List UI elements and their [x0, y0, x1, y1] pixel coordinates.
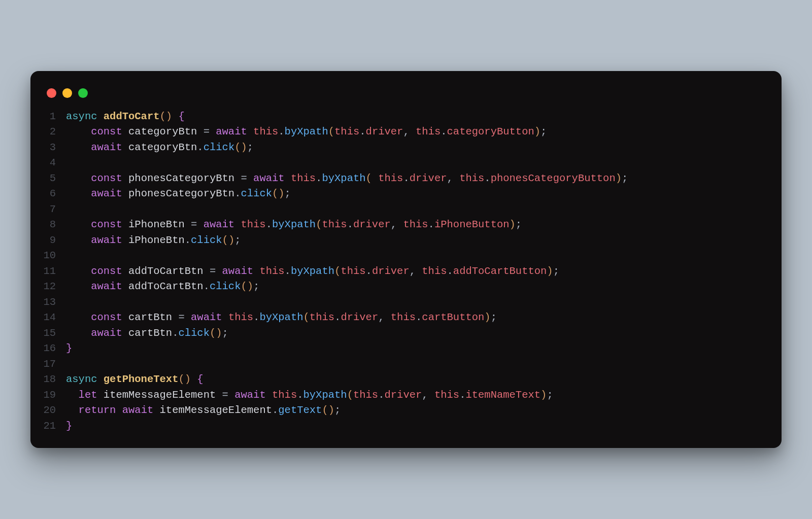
line-content[interactable] [66, 155, 769, 171]
code-line[interactable]: 13 [43, 295, 769, 310]
minimize-icon[interactable] [62, 88, 72, 98]
code-line[interactable]: 8 const iPhoneBtn = await this.byXpath(t… [43, 217, 769, 233]
line-content[interactable]: await iPhoneBtn.click(); [66, 233, 769, 249]
code-line[interactable]: 12 await addToCartBtn.click(); [43, 279, 769, 295]
line-content[interactable]: await phonesCategoryBtn.click(); [66, 186, 769, 202]
line-number: 20 [43, 403, 66, 419]
code-line[interactable]: 10 [43, 248, 769, 264]
line-content[interactable]: } [66, 341, 769, 357]
line-number: 3 [43, 140, 66, 156]
line-number: 15 [43, 326, 66, 341]
line-number: 12 [43, 279, 66, 295]
line-number: 18 [43, 372, 66, 388]
line-number: 8 [43, 217, 66, 233]
line-number: 11 [43, 264, 66, 280]
line-number: 7 [43, 202, 66, 218]
line-content[interactable]: } [66, 419, 769, 434]
code-line[interactable]: 7 [43, 202, 769, 218]
line-number: 14 [43, 310, 66, 326]
line-content[interactable] [66, 202, 769, 218]
code-line[interactable]: 3 await categoryBtn.click(); [43, 140, 769, 156]
line-number: 19 [43, 388, 66, 403]
code-line[interactable]: 2 const categoryBtn = await this.byXpath… [43, 124, 769, 140]
code-line[interactable]: 1async addToCart() { [43, 109, 769, 125]
zoom-icon[interactable] [78, 88, 88, 98]
line-number: 1 [43, 109, 66, 125]
line-content[interactable]: async getPhoneText() { [66, 372, 769, 388]
line-content[interactable] [66, 295, 769, 310]
code-line[interactable]: 20 return await itemMessageElement.getTe… [43, 403, 769, 419]
line-number: 2 [43, 124, 66, 140]
code-line[interactable]: 15 await cartBtn.click(); [43, 326, 769, 341]
line-content[interactable]: await addToCartBtn.click(); [66, 279, 769, 295]
line-content[interactable]: const phonesCategoryBtn = await this.byX… [66, 171, 769, 187]
code-line[interactable]: 11 const addToCartBtn = await this.byXpa… [43, 264, 769, 280]
line-number: 21 [43, 419, 66, 434]
code-line[interactable]: 16} [43, 341, 769, 357]
code-line[interactable]: 6 await phonesCategoryBtn.click(); [43, 186, 769, 202]
window-controls [43, 86, 769, 109]
line-content[interactable]: const categoryBtn = await this.byXpath(t… [66, 124, 769, 140]
line-number: 6 [43, 186, 66, 202]
line-content[interactable]: const cartBtn = await this.byXpath(this.… [66, 310, 769, 326]
code-line[interactable]: 5 const phonesCategoryBtn = await this.b… [43, 171, 769, 187]
line-number: 4 [43, 155, 66, 171]
code-window: 1async addToCart() {2 const categoryBtn … [30, 71, 782, 448]
line-number: 13 [43, 295, 66, 310]
line-content[interactable]: const iPhoneBtn = await this.byXpath(thi… [66, 217, 769, 233]
line-content[interactable]: const addToCartBtn = await this.byXpath(… [66, 264, 769, 280]
code-line[interactable]: 18async getPhoneText() { [43, 372, 769, 388]
line-number: 5 [43, 171, 66, 187]
line-content[interactable]: await categoryBtn.click(); [66, 140, 769, 156]
line-number: 16 [43, 341, 66, 357]
code-line[interactable]: 19 let itemMessageElement = await this.b… [43, 388, 769, 403]
code-line[interactable]: 17 [43, 357, 769, 372]
line-content[interactable]: await cartBtn.click(); [66, 326, 769, 341]
line-content[interactable]: return await itemMessageElement.getText(… [66, 403, 769, 419]
line-content[interactable]: async addToCart() { [66, 109, 769, 125]
line-content[interactable] [66, 248, 769, 264]
code-line[interactable]: 4 [43, 155, 769, 171]
close-icon[interactable] [47, 88, 56, 98]
code-line[interactable]: 21} [43, 419, 769, 434]
code-line[interactable]: 9 await iPhoneBtn.click(); [43, 233, 769, 249]
line-number: 10 [43, 248, 66, 264]
code-line[interactable]: 14 const cartBtn = await this.byXpath(th… [43, 310, 769, 326]
code-editor[interactable]: 1async addToCart() {2 const categoryBtn … [43, 109, 769, 434]
line-number: 17 [43, 357, 66, 372]
line-number: 9 [43, 233, 66, 249]
line-content[interactable]: let itemMessageElement = await this.byXp… [66, 388, 769, 403]
line-content[interactable] [66, 357, 769, 372]
